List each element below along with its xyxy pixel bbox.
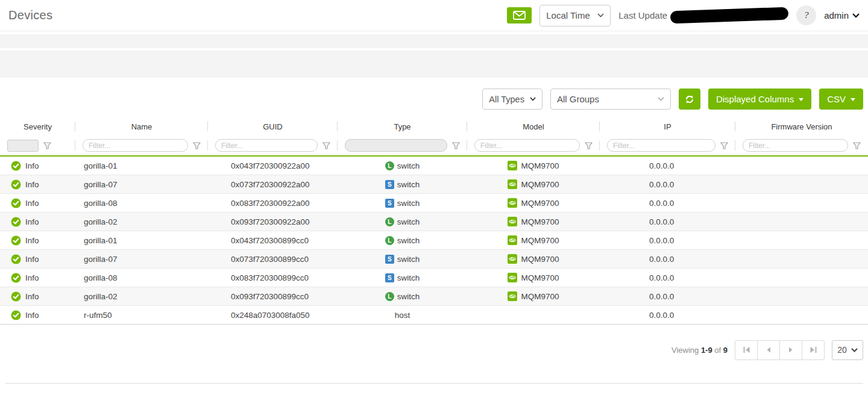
column-header-firmware[interactable]: Firmware Version (735, 117, 868, 135)
severity-label: Info (25, 292, 39, 301)
name-filter-input[interactable] (83, 139, 188, 152)
model-label: MQM9700 (521, 161, 559, 170)
firmware-filter-input[interactable] (743, 139, 848, 152)
column-header-ip[interactable]: IP (600, 117, 735, 135)
header-actions: Local Time Last Update ? admin (507, 5, 860, 26)
funnel-icon[interactable] (720, 142, 728, 149)
last-update-label: Last Update (618, 10, 667, 20)
type-cell: Sswitch (338, 175, 467, 193)
table-toolbar: All Types All Groups Displayed Columns C… (0, 89, 868, 110)
spine-badge-icon: S (385, 180, 394, 189)
severity-filter-select[interactable] (7, 140, 39, 152)
user-menu[interactable]: admin (824, 10, 860, 20)
table-row[interactable]: Infogorilla-010x043f720300922a00LswitchM… (0, 157, 868, 175)
type-filter-value: All Types (489, 95, 524, 104)
column-header-name[interactable]: Name (75, 117, 208, 135)
nvidia-logo-icon (508, 179, 517, 189)
severity-label: Info (25, 217, 39, 226)
ip-cell-text: 0.0.0.0 (649, 236, 674, 245)
type-label: switch (397, 292, 420, 301)
firmware-cell (735, 213, 868, 231)
mail-button[interactable] (507, 7, 532, 23)
viewing-of-label: of (714, 346, 721, 355)
next-page-button[interactable] (779, 340, 802, 360)
breadcrumb-band (0, 34, 868, 48)
guid-filter-input[interactable] (215, 139, 318, 152)
column-header-type[interactable]: Type (338, 117, 467, 135)
table-row[interactable]: Infogorilla-010x043f720300899cc0LswitchM… (0, 231, 868, 250)
ip-cell-text: 0.0.0.0 (649, 180, 674, 189)
timezone-select[interactable]: Local Time (539, 5, 611, 26)
type-column-filter-select[interactable] (345, 139, 447, 152)
group-filter-select[interactable]: All Groups (550, 89, 671, 110)
table-row[interactable]: Infogorilla-020x093f720300899cc0LswitchM… (0, 287, 868, 306)
column-header-severity[interactable]: Severity (0, 117, 75, 135)
column-header-guid[interactable]: GUID (208, 117, 338, 135)
severity-cell: Info (0, 231, 75, 249)
type-cell: Lswitch (338, 213, 467, 231)
type-cell: Sswitch (338, 194, 467, 212)
severity-check-icon (11, 291, 21, 302)
firmware-cell (735, 194, 868, 212)
type-label: host (395, 311, 410, 320)
table-row[interactable]: Infogorilla-080x083f720300922a00SswitchM… (0, 194, 868, 213)
model-filter-input[interactable] (474, 139, 580, 152)
name-cell-text: gorilla-02 (84, 217, 118, 226)
model-cell: MQM9700 (467, 194, 600, 212)
table-row[interactable]: Infor-ufm500x248a0703008fa050host0.0.0.0 (0, 306, 868, 325)
ip-filter-input[interactable] (607, 139, 715, 152)
guid-cell: 0x083f720300922a00 (208, 194, 338, 212)
funnel-icon[interactable] (585, 142, 593, 149)
type-filter-select[interactable]: All Types (482, 89, 542, 110)
severity-cell: Info (0, 306, 75, 324)
severity-check-icon (11, 161, 21, 171)
funnel-icon[interactable] (452, 142, 460, 149)
first-page-button[interactable] (735, 340, 758, 360)
leaf-badge-icon: L (385, 236, 394, 245)
table-header-row: Severity Name GUID Type Model IP Firmwar… (0, 117, 868, 135)
severity-cell: Info (0, 213, 75, 231)
severity-cell: Info (0, 287, 75, 305)
previous-page-button[interactable] (757, 340, 780, 360)
name-cell: gorilla-07 (75, 250, 208, 268)
displayed-columns-button[interactable]: Displayed Columns (708, 89, 811, 110)
type-cell: host (338, 306, 467, 324)
ip-cell-text: 0.0.0.0 (649, 199, 674, 208)
table-row[interactable]: Infogorilla-070x073f720300922a00SswitchM… (0, 175, 868, 194)
refresh-button[interactable] (679, 89, 700, 110)
table-row[interactable]: Infogorilla-070x073f720300899cc0SswitchM… (0, 250, 868, 269)
table-row[interactable]: Infogorilla-020x093f720300922a00LswitchM… (0, 213, 868, 231)
severity-cell: Info (0, 157, 75, 175)
severity-label: Info (25, 199, 39, 208)
severity-check-icon (11, 254, 21, 264)
model-cell: MQM9700 (467, 269, 600, 287)
timezone-value: Local Time (546, 10, 590, 20)
nvidia-logo-icon (508, 254, 517, 264)
funnel-icon[interactable] (193, 142, 201, 149)
type-cell: Sswitch (338, 269, 467, 287)
page-title: Devices (8, 8, 52, 22)
guid-cell-text: 0x043f720300899cc0 (231, 236, 309, 245)
csv-button[interactable]: CSV (819, 89, 863, 110)
funnel-icon[interactable] (43, 142, 51, 149)
firmware-cell (735, 250, 868, 268)
page-size-value: 20 (837, 345, 847, 355)
csv-label: CSV (827, 94, 846, 104)
table-row[interactable]: Infogorilla-080x083f720300899cc0SswitchM… (0, 269, 868, 287)
guid-cell-text: 0x093f720300899cc0 (231, 292, 309, 301)
column-header-model[interactable]: Model (467, 117, 600, 135)
nvidia-logo-icon (508, 235, 517, 245)
funnel-icon[interactable] (322, 142, 330, 149)
guid-cell: 0x083f720300899cc0 (208, 269, 338, 287)
name-cell-text: gorilla-01 (84, 161, 118, 170)
name-cell-text: gorilla-07 (84, 255, 118, 264)
chevron-down-icon (852, 13, 860, 18)
viewing-total: 9 (723, 346, 728, 355)
help-button[interactable]: ? (796, 5, 816, 25)
last-page-button[interactable] (802, 340, 825, 360)
leaf-badge-icon: L (385, 161, 394, 170)
severity-label: Info (25, 161, 39, 170)
table-filter-row (0, 135, 868, 155)
page-size-select[interactable]: 20 (832, 340, 863, 360)
funnel-icon[interactable] (853, 142, 861, 149)
